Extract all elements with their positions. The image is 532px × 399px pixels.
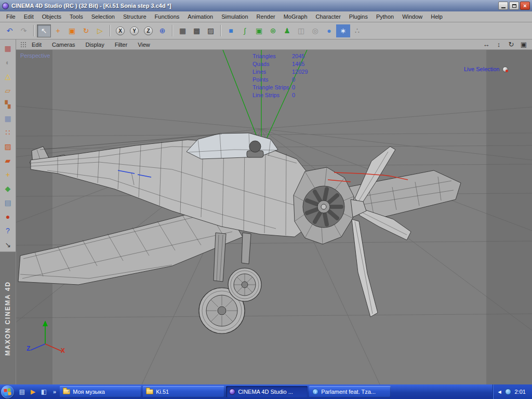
rotate-button[interactable]: ↻ [79,24,93,37]
rotate-icon: ↻ [83,27,89,34]
add-material-button[interactable]: ● [322,24,336,37]
scale-button[interactable]: ▣ [65,24,79,37]
render-region-button[interactable]: ● [1,209,15,223]
add-modeling-button[interactable]: ⊛ [266,24,280,37]
explorer-icon[interactable]: ◧ [39,388,48,395]
enable-axis-icon: + [6,171,10,178]
system-tray: ◀ 2:01 [493,384,532,399]
taskbar-item-parlament-feat-tza[interactable]: Parlament feat. Tza... [309,386,391,397]
viewport-canvas[interactable]: Perspective Triangles2045Quads1465Lines1… [16,50,532,384]
add-character-button[interactable]: ♟ [280,24,294,37]
viewport-toggle-button[interactable]: ▣ [520,41,528,48]
viewport-pan-button[interactable]: ↔ [482,41,490,48]
viewport-menu-display[interactable]: Display [86,42,104,48]
menu-structure[interactable]: Structure [119,12,151,21]
taskbar-item-cinema-4d-studio[interactable]: CINEMA 4D Studio ... [226,386,308,397]
camera-label[interactable]: Perspective [20,52,50,59]
show-desktop-icon[interactable]: ▤ [18,388,26,395]
window-title: CINEMA 4D Studio (RC ) (32 Bit) - [Ki.51… [11,3,496,9]
media-player-icon[interactable]: ▶ [29,388,37,395]
quick-launch-overflow-icon[interactable]: » [53,389,56,395]
minimize-button[interactable] [498,2,508,10]
edges-mode-button[interactable]: ▨ [1,139,15,153]
scale-icon: ▣ [69,27,75,34]
move-button[interactable]: + [51,24,65,37]
tray-chevron-icon[interactable]: ◀ [498,390,501,394]
drag-handle-icon[interactable] [20,42,26,48]
taskbar-item-ki-51[interactable]: Ki.51 [143,386,224,397]
viewport-menu-filter[interactable]: Filter [115,42,127,48]
window-controls: × [498,2,530,10]
menu-edit[interactable]: Edit [20,12,38,21]
lock-z-button[interactable]: Z [141,24,155,37]
workplane-mode-button[interactable]: ▦ [1,111,15,125]
lock-z-icon: Z [144,26,153,35]
make-editable-button[interactable]: △ [1,69,15,83]
viewport-zoom-button[interactable]: ↕ [495,41,503,48]
enable-axis-button[interactable]: + [1,167,15,181]
undo-button[interactable]: ↶ [3,24,17,37]
add-particles-button[interactable]: ∴ [350,24,364,37]
menu-plugins[interactable]: Plugins [345,12,372,21]
lock-x-button[interactable]: X [113,24,127,37]
live-selection-button[interactable]: ↖ [37,24,51,37]
enable-snap-button[interactable]: ◆ [1,181,15,195]
layout-switch-button[interactable]: ▦ [1,41,15,55]
menu-render[interactable]: Render [252,12,280,21]
add-environment-button[interactable]: ◎ [308,24,322,37]
menu-selection[interactable]: Selection [87,12,119,21]
add-simulation-button[interactable]: ∗ [336,24,350,37]
menu-tools[interactable]: Tools [65,12,87,21]
menu-file[interactable]: File [2,12,20,21]
add-simulation-icon: ∗ [340,27,347,34]
add-generator-button[interactable]: ▣ [252,24,266,37]
viewport-wrap: EditCamerasDisplayFilterView ↔↕↻▣ [16,39,532,384]
render-view-button[interactable]: ▦ [176,24,190,37]
points-mode-button[interactable]: ∷ [1,125,15,139]
live-selection-hint: Live Selection [464,66,508,72]
redo-button[interactable]: ↷ [17,24,31,37]
title-bar[interactable]: CINEMA 4D Studio (RC ) (32 Bit) - [Ki.51… [0,0,532,11]
undo-view-button[interactable]: ◐ [1,55,15,69]
polygons-mode-button[interactable]: ▰ [1,153,15,167]
pointer-tool-button[interactable]: ↘ [1,237,15,251]
add-deformer-button[interactable]: ◫ [294,24,308,37]
last-tool-button[interactable]: ▷ [93,24,107,37]
menu-window[interactable]: Window [398,12,427,21]
menu-simulation[interactable]: Simulation [217,12,252,21]
menu-animation[interactable]: Animation [183,12,217,21]
viewport-rotate-button[interactable]: ↻ [507,41,515,48]
help-button[interactable]: ? [1,223,15,237]
lock-y-button[interactable]: Y [127,24,141,37]
viewport-menu-view[interactable]: View [138,42,150,48]
add-cube-icon: ■ [229,27,233,34]
menu-mograph[interactable]: MoGraph [280,12,312,21]
render-settings-icon: ▩ [193,27,200,34]
volume-icon[interactable] [505,389,511,395]
render-queue-button[interactable]: ▨ [204,24,218,37]
layer-manager-button[interactable]: ▤ [1,195,15,209]
viewport-menu-edit[interactable]: Edit [32,42,42,48]
texture-mode-button[interactable]: ▚ [1,97,15,111]
menu-help[interactable]: Help [427,12,447,21]
menu-character[interactable]: Character [312,12,345,21]
add-spline-button[interactable]: ∫ [238,24,252,37]
last-tool-icon: ▷ [97,27,103,34]
restore-button[interactable] [509,2,519,10]
left-column: ▦◐△▱▚▦∷▨▰+◆▤●?↘ MAXON CINEMA 4D [0,39,16,384]
model-mode-button[interactable]: ▱ [1,83,15,97]
live-selection-icon [502,66,508,72]
menu-functions[interactable]: Functions [151,12,184,21]
polygons-mode-icon: ▰ [5,157,11,164]
close-button[interactable]: × [520,2,530,10]
add-cube-button[interactable]: ■ [224,24,238,37]
menu-objects[interactable]: Objects [38,12,65,21]
render-settings-button[interactable]: ▩ [190,24,204,37]
menu-python[interactable]: Python [372,12,398,21]
stats-label: Points [252,76,292,84]
start-button[interactable] [1,385,14,398]
coordinate-system-button[interactable]: ⊕ [155,24,169,37]
taskbar-item-моя-музыка[interactable]: Моя музыка [60,386,141,397]
stats-value: 12029 [292,69,308,76]
viewport-menu-cameras[interactable]: Cameras [52,42,75,48]
